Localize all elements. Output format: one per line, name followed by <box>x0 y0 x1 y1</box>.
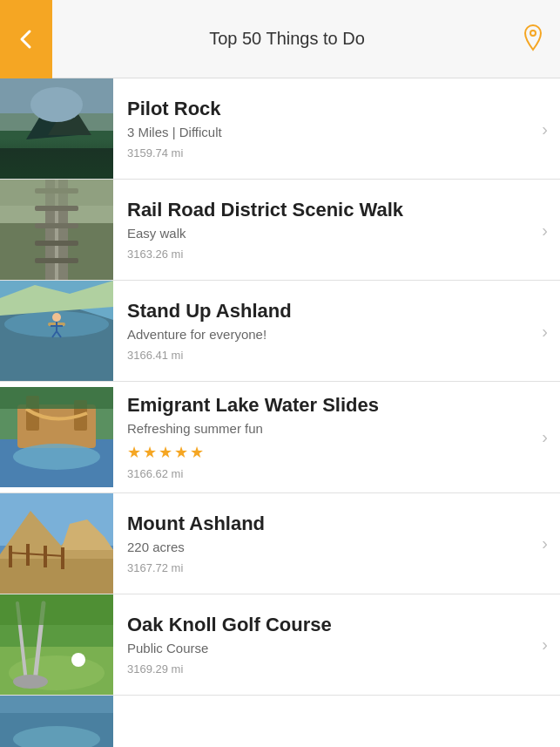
chevron-icon: › <box>542 427 548 447</box>
list-item[interactable]: Oak Knoll Golf Course Public Course 3169… <box>0 594 560 696</box>
item-distance: 3163.26 mi <box>127 248 525 261</box>
svg-rect-13 <box>35 206 78 211</box>
chevron-icon: › <box>542 635 548 655</box>
item-title: Oak Knoll Golf Course <box>127 614 525 636</box>
thumbnail-image <box>0 281 113 381</box>
item-subtitle: 3 Miles | Difficult <box>127 124 525 141</box>
item-title: Emigrant Lake Water Slides <box>127 394 525 417</box>
item-thumbnail <box>0 493 113 594</box>
item-title: Mount Ashland <box>127 513 525 535</box>
item-thumbnail <box>0 594 113 695</box>
thumbnail-image <box>0 594 113 695</box>
chevron-icon: › <box>542 119 548 139</box>
item-content: Stand Up Ashland Adventure for everyone!… <box>113 288 560 374</box>
svg-rect-14 <box>35 223 78 228</box>
item-distance: 3167.72 mi <box>127 561 525 574</box>
list-item[interactable]: Pilot Rock 3 Miles | Difficult 3159.74 m… <box>0 78 560 180</box>
svg-point-23 <box>52 313 61 322</box>
back-icon <box>15 28 37 51</box>
svg-rect-53 <box>0 594 113 625</box>
thumbnail-image <box>0 493 113 594</box>
item-thumbnail-partial <box>0 696 113 747</box>
svg-rect-44 <box>61 547 64 569</box>
item-subtitle: 220 acres <box>127 539 525 556</box>
list-item[interactable]: Stand Up Ashland Adventure for everyone!… <box>0 281 560 382</box>
item-distance: 3169.29 mi <box>127 662 525 676</box>
svg-point-51 <box>13 675 48 689</box>
item-subtitle: Easy walk <box>127 225 525 242</box>
item-title: Rail Road District Scenic Walk <box>127 199 525 221</box>
chevron-icon: › <box>542 533 548 553</box>
back-button[interactable] <box>0 0 52 78</box>
svg-point-0 <box>530 31 536 36</box>
svg-rect-16 <box>35 258 78 263</box>
svg-rect-17 <box>0 180 113 206</box>
svg-point-7 <box>30 87 83 122</box>
svg-rect-40 <box>0 559 113 594</box>
item-content: Oak Knoll Golf Course Public Course 3169… <box>113 601 560 688</box>
thumbnail-image <box>0 180 113 280</box>
list-item-partial[interactable] <box>0 696 560 747</box>
location-button[interactable] <box>518 23 548 56</box>
item-thumbnail <box>0 281 113 381</box>
svg-rect-43 <box>44 546 47 567</box>
item-distance: 3159.74 mi <box>127 146 525 160</box>
item-subtitle: Refreshing summer fun <box>127 420 525 438</box>
items-list: Pilot Rock 3 Miles | Difficult 3159.74 m… <box>0 78 560 747</box>
star-2: ★ <box>143 443 157 462</box>
item-content: Rail Road District Scenic Walk Easy walk… <box>113 187 560 273</box>
item-title: Stand Up Ashland <box>127 300 525 323</box>
item-title: Pilot Rock <box>127 98 525 120</box>
item-thumbnail <box>0 387 113 487</box>
list-item[interactable]: Rail Road District Scenic Walk Easy walk… <box>0 180 560 281</box>
svg-rect-5 <box>0 148 113 179</box>
item-distance: 3166.41 mi <box>127 349 525 362</box>
svg-point-52 <box>71 653 85 667</box>
list-item[interactable]: Emigrant Lake Water Slides Refreshing su… <box>0 382 560 493</box>
svg-rect-15 <box>35 241 78 246</box>
svg-rect-2 <box>0 131 113 179</box>
item-subtitle: Adventure for everyone! <box>127 326 525 343</box>
app-container: Top 50 Things to Do <box>0 0 560 747</box>
thumbnail-image <box>0 387 113 487</box>
item-content: Pilot Rock 3 Miles | Difficult 3159.74 m… <box>113 85 560 172</box>
svg-rect-41 <box>9 546 12 567</box>
chevron-icon: › <box>542 220 548 240</box>
item-distance: 3166.62 mi <box>127 467 525 480</box>
thumbnail-image-partial <box>0 696 113 747</box>
star-4: ★ <box>174 443 188 462</box>
svg-rect-42 <box>26 544 30 566</box>
item-content: Emigrant Lake Water Slides Refreshing su… <box>113 382 560 492</box>
header: Top 50 Things to Do <box>0 0 560 78</box>
list-item[interactable]: Mount Ashland 220 acres 3167.72 mi › <box>0 493 560 594</box>
thumbnail-image <box>0 78 113 179</box>
star-3: ★ <box>159 443 172 462</box>
chevron-icon: › <box>542 321 548 341</box>
svg-point-34 <box>13 444 100 470</box>
item-thumbnail <box>0 78 113 179</box>
item-thumbnail <box>0 180 113 280</box>
item-stars: ★ ★ ★ ★ ★ <box>127 443 525 462</box>
svg-rect-35 <box>0 387 113 409</box>
item-content: Mount Ashland 220 acres 3167.72 mi <box>113 500 560 587</box>
location-icon <box>518 23 548 52</box>
page-title: Top 50 Things to Do <box>63 29 511 49</box>
star-1: ★ <box>127 443 141 462</box>
item-subtitle: Public Course <box>127 640 525 657</box>
star-5: ★ <box>190 443 204 462</box>
